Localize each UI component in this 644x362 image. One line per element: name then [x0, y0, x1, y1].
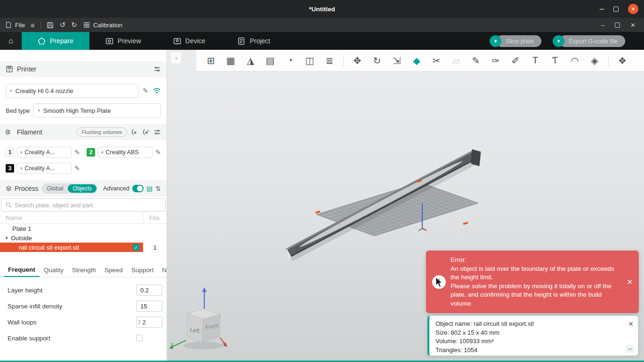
tab-frequent[interactable]: Frequent	[4, 263, 40, 277]
support-painting-button[interactable]: ✎	[466, 50, 486, 71]
home-button[interactable]: ⌂	[0, 32, 22, 50]
tree-row-plate[interactable]: Plate 1	[0, 224, 167, 233]
edit-filament-1-icon[interactable]: ✎	[74, 149, 80, 156]
variable-layer-height-button[interactable]: ≣	[320, 50, 339, 71]
filament-2-color-swatch[interactable]: 2	[87, 148, 95, 157]
assembly-view-button[interactable]: ❖	[612, 50, 632, 71]
printer-select[interactable]: ▾ Creality Hi 0.4 nozzle	[6, 84, 138, 98]
spin-down-icon[interactable]: ▾	[138, 322, 140, 325]
rotate-tool-button[interactable]: ↻	[367, 50, 387, 71]
filament-settings-icon[interactable]	[153, 128, 161, 136]
measure-tool-button[interactable]: ◈	[585, 50, 604, 71]
info-object-name: Object name: rail circuit stl export.stl	[435, 320, 624, 329]
emboss-tool-button[interactable]: ◠	[565, 50, 585, 71]
window-minimize-button[interactable]: –	[600, 5, 604, 13]
chevron-down-icon: ▾	[20, 150, 23, 155]
arrange-all-button[interactable]: ▦	[221, 50, 241, 71]
filament-3-color-swatch[interactable]: 3	[6, 164, 14, 173]
process-section-title: Process	[15, 185, 39, 192]
viewport-3d[interactable]: ‹› ⊞ ▦ ◮ ▤ ◔ ◫ ≣ ✥ ↻ ⇲ ◆ ✂ ▱ ✎ ✑ ✐ T Ƭ ◠…	[167, 50, 644, 361]
sidebar-collapse-button[interactable]: ‹›	[170, 52, 182, 64]
fill-bed-button[interactable]: ▤	[260, 50, 280, 71]
error-close-icon[interactable]: ✕	[627, 277, 633, 286]
flushing-volumes-button[interactable]: Flushing volumes	[76, 127, 127, 137]
wall-loops-label: Wall loops	[8, 319, 136, 326]
search-box	[1, 198, 166, 212]
scope-objects[interactable]: Objects	[68, 184, 97, 193]
tab-support[interactable]: Support	[127, 263, 158, 277]
edit-filament-2-icon[interactable]: ✎	[155, 149, 161, 156]
expand-arrow-icon[interactable]: ▼	[5, 236, 8, 240]
info-close-icon[interactable]: ✕	[628, 320, 634, 329]
tab-quality[interactable]: Quality	[40, 263, 68, 277]
tab-device[interactable]: Device	[157, 32, 222, 50]
edit-printer-icon[interactable]: ✎	[143, 87, 148, 94]
text-shape-tool-button[interactable]: Ƭ	[545, 50, 565, 71]
tab-preview-label: Preview	[118, 37, 141, 45]
text-tool-button[interactable]: T	[525, 50, 545, 71]
add-filament-icon[interactable]	[131, 128, 138, 136]
main-menu-icon[interactable]: ≡	[31, 21, 35, 29]
filament-1-select[interactable]: ▾ Creality A...	[17, 147, 72, 158]
search-input[interactable]	[15, 202, 161, 209]
scene-3d[interactable]: Left Front x y	[167, 50, 644, 361]
object-visible-checkbox[interactable]: ✓	[133, 244, 139, 251]
export-options-dropdown[interactable]: ▾	[553, 35, 564, 47]
undo-icon[interactable]: ↺	[60, 21, 66, 29]
remove-filament-icon[interactable]	[142, 128, 150, 136]
sync-settings-icon[interactable]: ⇅	[155, 185, 161, 192]
tab-preview[interactable]: Preview	[89, 32, 157, 50]
scale-tool-button[interactable]: ⇲	[387, 50, 407, 71]
tab-clipped[interactable]: N	[158, 263, 167, 277]
auto-orient-button[interactable]: ◮	[241, 50, 260, 71]
file-menu-label: File	[15, 22, 25, 29]
split-to-objects-button[interactable]: ◔	[280, 50, 300, 71]
scope-global[interactable]: Global	[42, 184, 68, 193]
wall-loops-stepper[interactable]: ▴ ▾ 2	[136, 316, 162, 328]
tab-strength[interactable]: Strength	[68, 263, 100, 277]
sketch-tool-button[interactable]: ✐	[506, 50, 525, 71]
parameter-list-icon[interactable]: ▤	[146, 185, 153, 192]
redo-icon[interactable]: ↻	[71, 21, 77, 29]
info-minimize-icon[interactable]: –	[626, 345, 634, 353]
export-gcode-button[interactable]: Export G-code file	[559, 35, 625, 47]
wifi-icon[interactable]	[153, 87, 161, 94]
move-tool-button[interactable]: ✥	[347, 50, 367, 71]
app-close-button[interactable]: ✕	[630, 22, 636, 29]
file-menu[interactable]: File	[5, 21, 25, 29]
cut-tool-button[interactable]: ✂	[427, 50, 446, 71]
calibration-menu[interactable]: Calibration	[83, 21, 122, 29]
window-restore-button[interactable]	[613, 7, 619, 12]
title-bar: *Untitled – ✕	[0, 0, 644, 18]
split-to-parts-button[interactable]: ◫	[300, 50, 320, 71]
process-section-header: Process Global Objects Advanced ▤ ⇅	[0, 181, 167, 197]
filament-1-color-swatch[interactable]: 1	[6, 148, 14, 157]
printer-settings-icon[interactable]	[153, 65, 161, 73]
window-close-button[interactable]: ✕	[628, 4, 638, 14]
edit-filament-3-icon[interactable]: ✎	[74, 165, 80, 172]
prepare-icon	[38, 37, 46, 45]
layer-height-input[interactable]	[136, 284, 162, 296]
infill-density-input[interactable]	[136, 300, 162, 312]
app-restore-button[interactable]	[615, 23, 620, 28]
enable-support-checkbox[interactable]	[136, 335, 143, 341]
app-minimize-button[interactable]: –	[601, 22, 604, 29]
tree-row-object[interactable]: rail circuit stl export.stl ✓ 1	[0, 243, 167, 252]
tree-row-group[interactable]: ▼ Outside	[0, 233, 167, 243]
slice-options-dropdown[interactable]: ▾	[490, 35, 501, 47]
advanced-toggle[interactable]	[132, 185, 144, 192]
tab-project[interactable]: Project	[221, 32, 286, 50]
add-model-button[interactable]: ⊞	[201, 50, 221, 71]
bed-type-select[interactable]: ▾ Smooth High Temp Plate	[33, 103, 161, 118]
lay-on-face-button[interactable]: ◆	[407, 50, 427, 71]
seam-painting-button[interactable]: ✑	[486, 50, 506, 71]
filament-2-select[interactable]: ▾ Creality ABS	[98, 147, 153, 158]
tab-prepare[interactable]: Prepare	[22, 32, 89, 50]
mesh-boolean-button[interactable]: ▱	[446, 50, 466, 71]
tab-speed[interactable]: Speed	[100, 263, 127, 277]
save-icon[interactable]	[47, 21, 54, 29]
navigation-cube[interactable]: Left Front x y	[169, 287, 227, 349]
slice-plate-button[interactable]: Slice plate	[496, 35, 541, 47]
filament-3-select[interactable]: ▾ Creality A...	[17, 163, 72, 174]
parameter-list: Layer height Sparse infill density Wall …	[0, 277, 167, 346]
